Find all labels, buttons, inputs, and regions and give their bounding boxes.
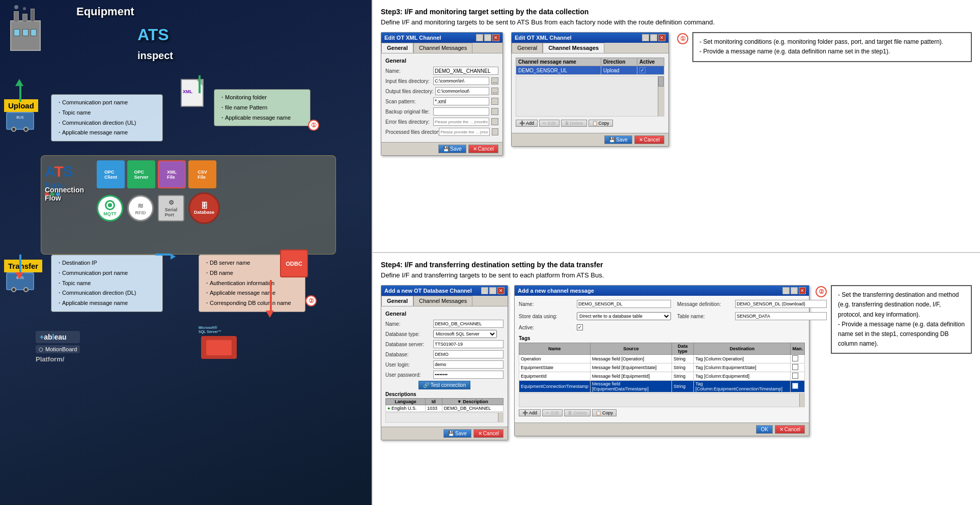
upload-arrowhead [15,79,23,86]
desc-scrollbar[interactable] [498,413,503,422]
min-d3[interactable]: _ [481,287,488,294]
scroll-thumb[interactable] [658,76,664,87]
save-btn-d2[interactable]: 💾 Save [604,135,632,144]
scan-pattern-input[interactable] [433,97,489,105]
desc-row[interactable]: ● English U.S. 1033 DEMO_DB_CHANNEL [386,405,503,412]
step4-section: Step4: I/F and transferring destination … [373,253,980,505]
d4-storedata-select[interactable]: Direct write to a database table [577,312,671,320]
min-d4[interactable]: _ [782,287,790,294]
factory-icon [5,10,46,61]
user-pw-input[interactable] [433,371,503,379]
tab-general-d2[interactable]: General [512,43,543,53]
step4-dialog1[interactable]: Add a new OT Database Channel _ □ ✕ Gene… [381,285,508,440]
tags-scrollbar[interactable] [799,394,804,407]
edit-btn-d4[interactable]: ✏ Edit [542,409,563,416]
backup-input[interactable] [433,107,489,116]
db-server-input[interactable] [433,340,503,348]
browse-btn-error[interactable] [491,118,498,125]
circle-1-left: ① [308,120,319,131]
dialog2-buttons: ➕ Add ✏ Edit 🗑 Delete 📋 Copy [516,120,664,127]
database-input[interactable] [433,350,503,358]
col-msg-name: Channel message name [516,58,601,66]
error-dir-input[interactable] [433,118,489,126]
d4-active-checkbox[interactable]: ✓ [577,324,583,330]
d4-buttons: ➕ Add ✏ Edit 🗑 Delete 📋 Copy [519,409,805,416]
step4-dialog2[interactable]: Add a new channel message _ □ ✕ Name: [514,285,809,436]
user-login-input[interactable] [433,360,503,369]
field-scan-pattern: Scan pattern: [385,97,498,105]
field-d4-active: Active: ✓ [519,324,671,330]
cancel-btn-d4[interactable]: ✕ Cancel [775,425,805,434]
step3-dialog1[interactable]: Edit OT XML Channel _ □ ✕ General Channe… [381,32,503,156]
ok-btn-d4[interactable]: OK [756,425,772,434]
tag-row-operation[interactable]: Operation Message field [Operation] Stri… [519,355,805,363]
output-dir-input[interactable] [435,87,489,95]
tab-gen-d3[interactable]: General [381,296,413,306]
test-conn-btn[interactable]: 🔗 Test connection [418,381,471,389]
circle-1-right: ① [677,33,688,44]
browse-btn-output[interactable]: … [491,88,498,95]
res-d4[interactable]: □ [791,287,798,294]
field-processed-dir: Processed files directory: [385,128,498,136]
tab-chanmsg-d3[interactable]: Channel Messages [413,296,472,306]
minimize-btn-d2[interactable]: _ [642,34,649,41]
browse-btn-processed[interactable] [492,128,498,135]
close-btn[interactable]: ✕ [492,34,499,41]
save-btn-d1[interactable]: 💾 Save [438,145,466,153]
processed-dir-input[interactable] [439,128,490,136]
delete-btn-d2[interactable]: 🗑 Delete [561,120,587,127]
upload-arrow-up [19,84,21,102]
cancel-btn-d2[interactable]: ✕ Cancel [634,135,664,144]
delete-btn-d4[interactable]: 🗑 Delete [564,409,591,416]
d4-table-input[interactable] [735,312,827,320]
cancel-btn-d1[interactable]: ✕ Cancel [468,145,498,153]
tag-row-equipment-id[interactable]: EquipmentId Message field [EquipmentId] … [519,372,805,381]
step3-circle-info: ① - Set monitoring conditions (e.g. moni… [677,32,972,62]
table-row[interactable]: DEMO_SENSOR_UL Upload ✓ [516,66,664,75]
tag-row-equipment-ts[interactable]: EquipmentConnectionTimestamp Message fie… [519,381,805,392]
browse-btn-backup[interactable] [491,108,498,115]
desc-scroll [385,412,503,423]
copy-btn-d2[interactable]: 📋 Copy [589,120,613,127]
copy-btn-d4[interactable]: 📋 Copy [592,409,617,416]
bus-icon-upload: BUS [6,112,34,130]
scrollbar[interactable] [658,76,664,116]
step4-circle-info: ② - Set the transferring destination and… [816,285,972,354]
tab-channel-msg-d2[interactable]: Channel Messages [543,43,604,53]
tab-channel-messages[interactable]: Channel Messages [413,43,472,53]
tag-row-equipment-state[interactable]: EquipmentState Message field [EquipmentS… [519,363,805,372]
tags-label: Tags [519,335,805,341]
odbc-icon: ODBC [280,249,308,277]
restore-btn[interactable]: □ [484,34,491,41]
close-btn-d2[interactable]: ✕ [658,34,665,41]
h-arrowhead-transfer [171,254,176,260]
step3-dialog1-titlebar: Edit OT XML Channel _ □ ✕ [381,33,502,43]
add-btn-d2[interactable]: ➕ Add [516,120,538,127]
step3-dialog2[interactable]: Edit OT XML Channel _ □ ✕ General Channe… [511,32,669,147]
restore-btn-d2[interactable]: □ [650,34,657,41]
step3-title: Step3: I/F and monitoring target setting… [381,6,972,28]
field-d4-name: Name: [519,300,671,308]
cls-d3[interactable]: ✕ [497,287,505,294]
save-btn-d3[interactable]: 💾 Save [443,429,471,438]
res-d3[interactable]: □ [489,287,496,294]
input-dir-input[interactable] [433,77,489,85]
circle-2-right: ② [816,286,827,297]
step3-dialogs-row: Edit OT XML Channel _ □ ✕ General Channe… [381,32,972,246]
add-btn-d4[interactable]: ➕ Add [519,409,541,416]
step3-dialog1-tabs: General Channel Messages [381,43,502,53]
d4-name-input[interactable] [577,300,671,308]
cancel-btn-d3[interactable]: ✕ Cancel [473,429,503,438]
minimize-btn[interactable]: _ [476,34,483,41]
d4-msgdef-input[interactable] [735,300,827,308]
cls-d4[interactable]: ✕ [799,287,806,294]
step3-dialog2-tabs: General Channel Messages [512,43,668,53]
db-type-select[interactable]: Microsoft SQL Server [433,330,497,338]
edit-btn-d2[interactable]: ✏ Edit [539,120,559,127]
tab-general[interactable]: General [381,43,413,53]
browse-btn-scan[interactable] [491,98,498,105]
name-input[interactable] [433,67,498,75]
browse-btn-input[interactable]: … [491,77,498,85]
db-name-input[interactable] [433,320,503,328]
step4-dialog1-titlebar: Add a new OT Database Channel _ □ ✕ [381,286,508,296]
